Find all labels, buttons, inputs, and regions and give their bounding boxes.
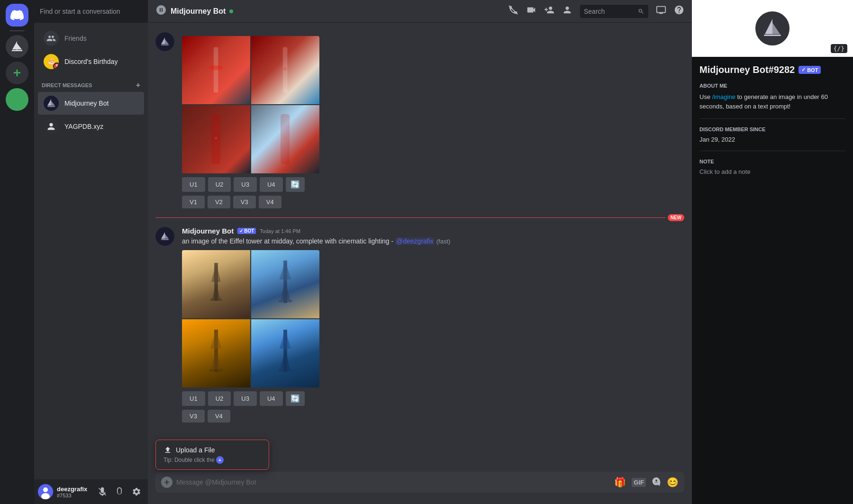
- svg-marker-33: [211, 349, 221, 369]
- upload-popup-tip: Tip: Double click the +: [163, 456, 261, 464]
- msg2-avatar: [155, 227, 174, 246]
- upload-file-icon: [163, 446, 172, 454]
- video-call-icon[interactable]: [526, 5, 536, 18]
- bot-label: BOT: [244, 228, 254, 234]
- about-link[interactable]: /imagine: [712, 93, 735, 100]
- emoji-icon[interactable]: 😊: [667, 477, 679, 488]
- msg1-avatar: [155, 32, 174, 51]
- svg-marker-25: [212, 282, 220, 298]
- eiffel-u1-btn[interactable]: U1: [182, 391, 205, 406]
- eiffel-image-bl: [182, 319, 250, 387]
- hero-v2-btn[interactable]: V2: [208, 196, 230, 208]
- refresh-icon: 🔄: [290, 180, 300, 189]
- midjourney-name: Midjourney Bot: [64, 99, 109, 107]
- birthday-avatar: 🎂 1: [44, 54, 59, 69]
- profile-logo-circle: [753, 9, 791, 47]
- about-pre-text: Use: [699, 93, 712, 100]
- gift-icon[interactable]: 🎁: [614, 477, 626, 488]
- note-input[interactable]: Click to add a note: [699, 168, 845, 175]
- msg1-content: 🍁 🍁 🍁: [182, 32, 684, 208]
- friends-icon: [44, 31, 59, 46]
- profile-member-section: DISCORD MEMBER SINCE Jan 29, 2022: [699, 126, 845, 151]
- eiffel-v3-btn[interactable]: V3: [182, 410, 205, 423]
- messages-area[interactable]: 🍁 🍁 🍁: [148, 23, 692, 472]
- midjourney-avatar: [44, 96, 59, 111]
- hero-u1-btn[interactable]: U1: [182, 177, 205, 192]
- search-input[interactable]: [584, 8, 635, 15]
- birthday-notification-badge: 1: [53, 63, 59, 69]
- add-server-icon[interactable]: +: [6, 62, 28, 84]
- eiffel-v4-btn[interactable]: V4: [208, 410, 230, 423]
- hero-image-bl: 🍁: [182, 105, 250, 173]
- hero-image-tl: 🍁: [182, 36, 250, 104]
- hero-u4-btn[interactable]: U4: [260, 177, 283, 192]
- svg-point-4: [49, 123, 53, 126]
- dm-item-midjourney[interactable]: Midjourney Bot: [38, 92, 144, 115]
- user-bar-tag: #7533: [57, 493, 91, 498]
- dm-item-friends[interactable]: Friends: [38, 27, 144, 50]
- friends-label: Friends: [64, 35, 87, 42]
- add-friend-icon[interactable]: [544, 5, 554, 18]
- hero-refresh-btn[interactable]: 🔄: [286, 177, 305, 192]
- deafen-icon[interactable]: [112, 484, 127, 499]
- eiffel-u3-btn[interactable]: U3: [234, 391, 257, 406]
- message-input[interactable]: [176, 478, 610, 486]
- dm-list: Friends 🎂 1 Discord's Birthday DIRECT ME…: [34, 23, 148, 479]
- hero-actions-row2: V1 V2 V3 V4: [182, 196, 684, 208]
- sticker-icon[interactable]: [652, 477, 661, 488]
- user-bar: deezgrafix #7533: [34, 479, 148, 504]
- birthday-name: Discord's Birthday: [64, 58, 118, 65]
- eiffel-u4-btn[interactable]: U4: [260, 391, 283, 406]
- dm-item-birthday[interactable]: 🎂 1 Discord's Birthday: [38, 50, 144, 73]
- hero-v4-btn[interactable]: V4: [259, 196, 281, 208]
- msg2-timestamp: Today at 1:46 PM: [260, 228, 300, 234]
- eiffel-u2-btn[interactable]: U2: [208, 391, 231, 406]
- msg2-text: an image of the Eiffel tower at midday, …: [182, 237, 684, 246]
- right-sidebar: {/} Midjourney Bot#9282 ✓ BOT ABOUT ME U…: [692, 0, 853, 504]
- svg-rect-34: [209, 369, 223, 371]
- server-icon-guild1[interactable]: [6, 35, 28, 58]
- dm-item-yagpdb[interactable]: YAGPDB.xyz: [38, 115, 144, 138]
- mute-call-icon[interactable]: [508, 5, 518, 18]
- profile-body: Midjourney Bot#9282 ✓ BOT ABOUT ME Use /…: [692, 57, 853, 504]
- dm-sidebar: Find or start a conversation Friends 🎂 1…: [34, 0, 148, 504]
- discord-home-icon[interactable]: [6, 4, 28, 27]
- msg2-fast-tag: (fast): [436, 238, 451, 245]
- profile-about-section: ABOUT ME Use /imagine to generate an ima…: [699, 83, 845, 119]
- svg-text:🍁: 🍁: [214, 135, 218, 140]
- slash-command-btn[interactable]: {/}: [831, 44, 847, 53]
- profile-icon[interactable]: [562, 5, 572, 18]
- explore-servers-icon[interactable]: [6, 88, 28, 111]
- hero-actions-row1: U1 U2 U3 U4 🔄: [182, 177, 684, 192]
- hero-image-grid: 🍁 🍁 🍁: [182, 36, 319, 173]
- message-input-area: Upload a File Tip: Double click the + + …: [148, 472, 692, 504]
- hero-u3-btn[interactable]: U3: [234, 177, 257, 192]
- profile-name-row: Midjourney Bot#9282 ✓ BOT: [699, 64, 845, 75]
- monitor-icon[interactable]: [656, 5, 666, 18]
- help-icon[interactable]: [674, 5, 684, 18]
- user-avatar: [38, 484, 53, 499]
- svg-text:🍁: 🍁: [214, 66, 218, 71]
- online-status-dot: [229, 9, 233, 13]
- hero-v3-btn[interactable]: V3: [233, 196, 256, 208]
- eiffel-image-tl: [182, 250, 250, 318]
- svg-text:🍁: 🍁: [283, 135, 288, 140]
- search-bar-header[interactable]: [580, 5, 648, 18]
- dm-search-bar[interactable]: Find or start a conversation: [34, 0, 148, 23]
- upload-tip-text: Tip: Double click the: [163, 457, 215, 463]
- user-bar-name: deezgrafix: [57, 486, 91, 493]
- yagpdb-name: YAGPDB.xyz: [64, 123, 103, 130]
- svg-marker-24: [211, 263, 221, 282]
- add-dm-icon[interactable]: +: [136, 81, 140, 90]
- new-badge-container: NEW: [148, 210, 692, 225]
- hero-u2-btn[interactable]: U2: [208, 177, 231, 192]
- attach-file-button[interactable]: +: [161, 477, 172, 488]
- new-badge: NEW: [668, 214, 684, 221]
- profile-bot-badge: ✓ BOT: [799, 66, 821, 74]
- hero-v1-btn[interactable]: V1: [182, 196, 205, 208]
- eiffel-refresh-btn[interactable]: 🔄: [286, 391, 305, 406]
- mute-icon[interactable]: [95, 484, 110, 499]
- settings-icon[interactable]: [129, 484, 144, 499]
- profile-note-section: NOTE Click to add a note: [699, 159, 845, 183]
- gif-icon[interactable]: GIF: [632, 478, 646, 487]
